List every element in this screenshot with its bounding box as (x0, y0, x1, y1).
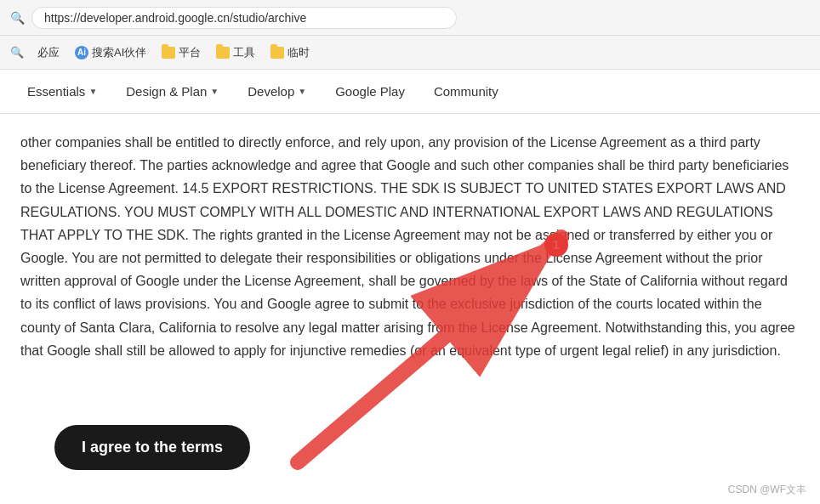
bookmark-temp[interactable]: 临时 (265, 42, 315, 63)
nav-community[interactable]: Community (424, 77, 509, 105)
nav-google-play[interactable]: Google Play (325, 77, 415, 105)
bookmark-tools[interactable]: 工具 (211, 42, 260, 63)
ai-icon: Ai (75, 46, 88, 59)
bookmark-ai-label: 搜索AI伙伴 (92, 45, 146, 60)
folder-icon (216, 47, 230, 59)
bookmark-platform[interactable]: 平台 (157, 42, 206, 63)
address-bar: 🔍 https://developer.android.google.cn/st… (0, 0, 820, 36)
search-icon: 🔍 (10, 11, 25, 25)
nav-google-play-label: Google Play (335, 84, 405, 99)
bookmark-bidu-label: 必应 (37, 45, 60, 60)
content-area: other companies shall be entitled to dir… (0, 114, 820, 504)
chevron-down-icon: ▼ (88, 87, 97, 96)
chevron-down-icon: ▼ (210, 87, 219, 96)
url-bar[interactable]: https://developer.android.google.cn/stud… (31, 7, 457, 29)
folder-icon (270, 47, 284, 59)
chevron-down-icon: ▼ (298, 87, 306, 96)
bookmarks-bar: 🔍 必应 Ai 搜索AI伙伴 平台 工具 临时 (0, 36, 820, 70)
nav-develop[interactable]: Develop ▼ (237, 77, 316, 105)
bookmark-ai[interactable]: Ai 搜索AI伙伴 (70, 42, 151, 63)
bookmark-platform-label: 平台 (179, 45, 201, 60)
bookmark-search-icon: 🔍 (7, 44, 27, 60)
folder-icon (162, 47, 175, 59)
nav-design-plan[interactable]: Design & Plan ▼ (116, 77, 229, 105)
agree-button[interactable]: I agree to the terms (54, 425, 250, 470)
watermark: CSDN @WF文丰 (728, 483, 806, 497)
nav-community-label: Community (434, 84, 498, 99)
nav-develop-label: Develop (248, 84, 294, 99)
bookmark-tools-label: 工具 (233, 45, 255, 60)
notification-badge: 1 (544, 233, 568, 257)
nav-design-plan-label: Design & Plan (126, 84, 207, 99)
nav-bar: Essentials ▼ Design & Plan ▼ Develop ▼ G… (0, 70, 820, 114)
bookmark-bidu[interactable]: 必应 (32, 42, 65, 63)
terms-text: other companies shall be entitled to dir… (0, 114, 820, 379)
nav-essentials[interactable]: Essentials ▼ (17, 77, 107, 105)
nav-essentials-label: Essentials (27, 84, 85, 99)
bookmark-temp-label: 临时 (288, 45, 310, 60)
